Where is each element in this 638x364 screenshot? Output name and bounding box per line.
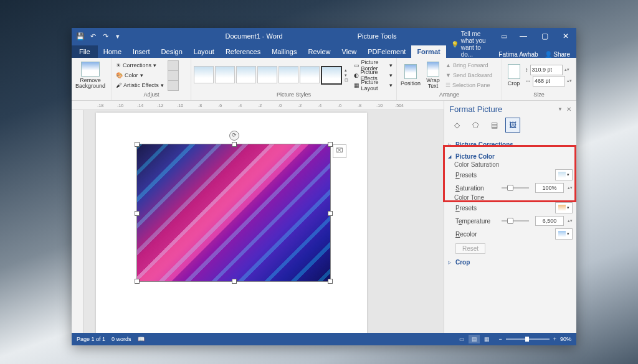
picture-color-section[interactable]: ◢Picture Color (448, 152, 573, 161)
position-button[interactable]: Position (399, 60, 422, 91)
tab-view[interactable]: View (336, 45, 363, 58)
resize-handle[interactable] (328, 211, 333, 216)
print-layout-icon[interactable]: ▤ (469, 335, 480, 343)
style-thumb-selected[interactable] (321, 66, 342, 85)
zoom-out-button[interactable]: − (498, 336, 502, 342)
send-backward-button[interactable]: ▼Send Backward (444, 71, 493, 80)
palette-icon: 🎨 (116, 72, 123, 78)
zoom-level[interactable]: 90% (560, 336, 571, 342)
temperature-value[interactable]: 6,500 (535, 216, 564, 226)
style-thumb[interactable] (194, 66, 214, 83)
style-thumb[interactable] (215, 66, 235, 83)
tab-references[interactable]: References (220, 45, 266, 58)
picture-tab-icon[interactable]: 🖼 (505, 118, 520, 133)
close-button[interactable]: ✕ (555, 28, 576, 44)
title-bar: 💾 ↶ ↷ ▾ Document1 - Word Picture Tools ▭… (72, 28, 576, 44)
pane-body: ▷Picture Corrections ◢Picture Color Colo… (444, 136, 576, 271)
tab-design[interactable]: Design (156, 45, 188, 58)
page[interactable]: ⟳ ⌧ (96, 113, 367, 333)
pane-close-icon[interactable]: ✕ (566, 106, 571, 113)
tab-review[interactable]: Review (303, 45, 336, 58)
artistic-effects-button[interactable]: 🖌Artistic Effects ▾ (115, 81, 165, 90)
tab-file[interactable]: File (72, 45, 98, 58)
style-thumb[interactable] (279, 66, 298, 83)
ribbon-options-icon[interactable]: ▭ (499, 31, 509, 41)
reset-button[interactable]: Reset (455, 243, 485, 254)
tab-home[interactable]: Home (98, 45, 127, 58)
resize-handle[interactable] (232, 279, 237, 284)
style-thumb[interactable] (257, 66, 277, 83)
web-layout-icon[interactable]: ▦ (481, 335, 492, 343)
selection-icon: ☰ (445, 82, 450, 88)
color-button[interactable]: 🎨Color ▾ (115, 71, 165, 80)
crop-button[interactable]: Crop (505, 60, 523, 91)
resize-handle[interactable] (135, 279, 140, 284)
fill-tab-icon[interactable]: ◇ (449, 118, 464, 133)
rotate-handle-icon[interactable]: ⟳ (229, 131, 239, 141)
saturation-presets-button[interactable]: ▾ (555, 169, 573, 180)
picture-corrections-section[interactable]: ▷Picture Corrections (448, 140, 573, 149)
bring-forward-button[interactable]: ▲Bring Forward (444, 61, 493, 70)
crop-section[interactable]: ▷Crop (448, 258, 573, 267)
gallery-more-icon[interactable]: ⊟ (345, 78, 349, 83)
selected-picture[interactable]: ⟳ ⌧ (136, 144, 331, 282)
picture-styles-gallery[interactable] (194, 66, 342, 85)
gallery-up-icon[interactable]: ▴ (345, 68, 349, 73)
corrections-button[interactable]: ☀Corrections ▾ (115, 61, 165, 70)
styles-group-label: Picture Styles (194, 91, 394, 99)
word-count[interactable]: 0 words (112, 336, 131, 342)
minimize-button[interactable]: — (513, 28, 534, 44)
undo-icon[interactable]: ↶ (88, 31, 98, 41)
resize-handle[interactable] (328, 279, 333, 284)
tell-me-search[interactable]: 💡 Tell me what you want to do... (446, 30, 493, 58)
redo-icon[interactable]: ↷ (100, 31, 110, 41)
remove-background-button[interactable]: Remove Background (74, 60, 107, 91)
layout-options-button[interactable]: ⌧ (333, 144, 346, 158)
height-input[interactable]: 310.9 pt (530, 65, 563, 75)
qat-more-icon[interactable]: ▾ (113, 31, 123, 41)
tone-presets-button[interactable]: ▾ (555, 202, 573, 213)
resize-handle[interactable] (135, 142, 140, 147)
selection-pane-button[interactable]: ☰Selection Pane (444, 81, 493, 90)
share-button[interactable]: 👤 Share (545, 51, 570, 58)
compress-icon (168, 60, 179, 71)
compress-button[interactable] (166, 61, 180, 70)
reset-picture-button[interactable] (166, 81, 180, 90)
proofing-icon[interactable]: 📖 (138, 336, 145, 342)
user-name[interactable]: Fatima Awhab (498, 51, 538, 58)
zoom-in-button[interactable]: + (553, 336, 556, 342)
save-icon[interactable]: 💾 (75, 31, 85, 41)
picture-layout-button[interactable]: ▦Picture Layout ▾ (353, 81, 394, 90)
recolor-button[interactable]: ▾ (555, 228, 573, 240)
saturation-value[interactable]: 100% (535, 183, 564, 193)
vertical-ruler[interactable] (72, 110, 83, 333)
gallery-down-icon[interactable]: ▾ (345, 73, 349, 78)
change-pic-icon (168, 70, 179, 81)
page-indicator[interactable]: Page 1 of 1 (77, 336, 105, 342)
resize-handle[interactable] (328, 142, 333, 147)
wrap-text-button[interactable]: Wrap Text (423, 60, 443, 91)
style-thumb[interactable] (300, 66, 320, 83)
saturation-slider[interactable] (502, 187, 529, 189)
change-picture-button[interactable] (166, 71, 180, 80)
temperature-slider[interactable] (502, 220, 529, 222)
backward-icon: ▼ (445, 72, 451, 78)
tab-mailings[interactable]: Mailings (266, 45, 302, 58)
maximize-button[interactable]: ▢ (534, 28, 555, 44)
width-input[interactable]: 468 pt (533, 76, 565, 86)
tab-format[interactable]: Format (411, 45, 445, 58)
effects-tab-icon[interactable]: ⬠ (468, 118, 483, 133)
style-thumb[interactable] (236, 66, 256, 83)
zoom-slider[interactable] (506, 338, 550, 340)
resize-handle[interactable] (232, 142, 237, 147)
tab-layout[interactable]: Layout (188, 45, 220, 58)
resize-handle[interactable] (135, 211, 140, 216)
tab-pdfelement[interactable]: PDFelement (362, 45, 411, 58)
border-icon: ▭ (354, 62, 359, 68)
layout-tab-icon[interactable]: ▤ (487, 118, 502, 133)
tab-insert[interactable]: Insert (127, 45, 156, 58)
read-mode-icon[interactable]: ▭ (456, 335, 467, 343)
pane-dropdown-icon[interactable]: ▼ (558, 106, 563, 112)
document-scroll[interactable]: ⟳ ⌧ (72, 110, 444, 333)
horizontal-ruler[interactable]: -18-16-14-12-10-8-6-4-2-0-2-4-6-8-10-504 (72, 101, 444, 110)
